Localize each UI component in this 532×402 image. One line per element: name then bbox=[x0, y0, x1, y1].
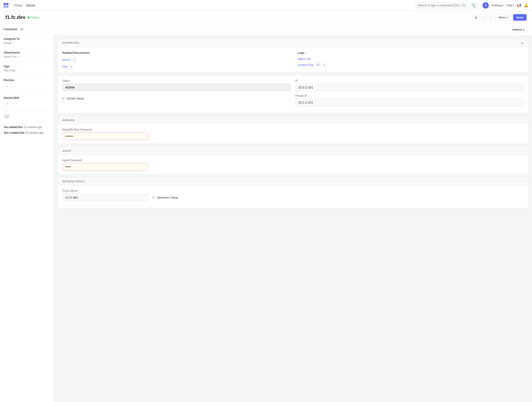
notifications-icon[interactable]: 🔔 bbox=[524, 3, 528, 7]
logo-block-1 bbox=[4, 3, 6, 5]
site-label[interactable]: Site bbox=[62, 65, 67, 68]
site-add-button[interactable]: + bbox=[69, 64, 74, 69]
dashboard-title: DASHBOARD bbox=[62, 41, 79, 44]
print-button[interactable]: 🖨 bbox=[472, 14, 480, 21]
ansible-play-count: 2 bbox=[316, 63, 320, 66]
agent-job-item: Agent Job bbox=[298, 57, 524, 61]
upstream-setup-check: ✔ Upstream Setup bbox=[152, 196, 524, 199]
add-tag-action[interactable]: Add a tag ... bbox=[4, 69, 50, 72]
mariadb-title: MARIADB bbox=[62, 119, 75, 121]
sidebar-attachments-section: Attachments Attach File + bbox=[4, 51, 50, 58]
logs-title: Logs bbox=[298, 51, 524, 54]
bench-add-button[interactable]: + bbox=[72, 57, 77, 62]
agent-password-input[interactable] bbox=[62, 163, 148, 171]
heart-icon[interactable]: 🤍 bbox=[4, 114, 50, 120]
agent-body: Agent Password bbox=[58, 155, 528, 174]
breadcrumb-press[interactable]: Press bbox=[14, 4, 23, 7]
announcements-icon[interactable]: 📢 bbox=[517, 3, 521, 7]
settings-link[interactable]: Settings ▾ bbox=[492, 4, 504, 7]
activity-2-you: You created this bbox=[4, 131, 24, 134]
proxy-server-input[interactable] bbox=[62, 194, 148, 201]
agent-section: AGENT Agent Password bbox=[58, 147, 528, 174]
search-input[interactable] bbox=[418, 4, 470, 7]
sidebar-attachments-label: Attachments bbox=[4, 51, 50, 54]
private-ip-input[interactable] bbox=[295, 99, 524, 106]
actions-chevron-icon: ▾ bbox=[523, 28, 524, 31]
dashboard-collapse-icon[interactable]: ▲ bbox=[520, 41, 524, 45]
bench-plus-icon: + bbox=[74, 58, 75, 61]
logo-block-2 bbox=[6, 3, 9, 5]
help-link[interactable]: Help ▾ bbox=[506, 4, 514, 7]
mariadb-password-col: MariaDB Root Password bbox=[62, 128, 148, 140]
related-docs-title: Related Documents bbox=[62, 51, 289, 54]
breadcrumb-server: Server bbox=[26, 4, 35, 7]
status-ip-row: Status IP bbox=[62, 79, 524, 91]
menu-label: Menu bbox=[499, 16, 506, 19]
bench-item: Bench + bbox=[62, 57, 289, 62]
sidebar-reviews-label: Reviews bbox=[4, 79, 50, 82]
main-content: Actions ▾ DASHBOARD ▲ Related Documents … bbox=[54, 24, 532, 402]
server-setup-check: ✔ Server Setup bbox=[62, 96, 291, 100]
header-actions: 🖨 ‹ › Menu ▾ Save bbox=[472, 14, 527, 21]
activity-2-time: 31 minutes ago bbox=[25, 131, 44, 134]
comments-count: 0 bbox=[19, 28, 24, 31]
server-setup-label: Server Setup bbox=[67, 97, 84, 100]
related-grid: Related Documents Bench + Site + bbox=[58, 47, 528, 72]
proxy-server-col: Proxy Server bbox=[62, 189, 148, 201]
reviews-add-button[interactable]: + bbox=[4, 83, 11, 90]
agent-job-label[interactable]: Agent Job bbox=[298, 57, 311, 61]
doc-title: f1.fc.dev Active bbox=[5, 14, 39, 20]
dashboard-section: DASHBOARD ▲ Related Documents Bench + Si… bbox=[58, 38, 528, 73]
sidebar-shared-section: Shared With + bbox=[4, 96, 50, 108]
ansible-plus-icon: + bbox=[323, 63, 325, 67]
upstream-setup-check-icon: ✔ bbox=[152, 196, 155, 199]
reverse-proxy-title: REVERSE PROXY bbox=[62, 180, 85, 183]
ansible-play-add-button[interactable]: + bbox=[322, 62, 327, 67]
actions-label: Actions bbox=[512, 28, 522, 31]
actions-button[interactable]: Actions ▾ bbox=[509, 26, 527, 33]
assign-action[interactable]: Assign + bbox=[4, 41, 50, 45]
sidebar: Comments 0 Assigned To Assign + Attachme… bbox=[0, 24, 54, 402]
ansible-play-item: Ansible Play 2 + bbox=[298, 62, 524, 67]
status-input[interactable] bbox=[62, 83, 291, 91]
server-setup-private-ip-row: ✔ Server Setup Private IP bbox=[62, 94, 524, 106]
search-bar[interactable]: 🔍 bbox=[415, 2, 478, 8]
reverse-proxy-section: REVERSE PROXY Proxy Server ✔ Upstream Se… bbox=[58, 177, 528, 208]
mariadb-password-input[interactable] bbox=[62, 132, 148, 140]
logs-col: Logs Agent Job Ansible Play 2 + bbox=[298, 51, 524, 71]
ip-input[interactable] bbox=[295, 83, 524, 91]
bench-label[interactable]: Bench bbox=[62, 58, 71, 61]
upstream-setup-col: ✔ Upstream Setup bbox=[152, 189, 524, 201]
ansible-play-label[interactable]: Ansible Play bbox=[298, 63, 314, 67]
save-button[interactable]: Save bbox=[513, 14, 527, 21]
topnav-right: A Settings ▾ Help ▾ 📢 🔔 bbox=[482, 2, 528, 9]
reverse-proxy-header: REVERSE PROXY bbox=[58, 177, 528, 186]
logo-block-3 bbox=[4, 6, 6, 8]
reviews-plus-icon: + bbox=[6, 84, 8, 88]
proxy-server-label: Proxy Server bbox=[62, 189, 148, 192]
avatar[interactable]: A bbox=[482, 2, 489, 9]
prev-button[interactable]: ‹ bbox=[481, 14, 487, 21]
sidebar-comments-section: Comments 0 bbox=[4, 28, 50, 31]
dashboard-header: DASHBOARD ▲ bbox=[58, 38, 528, 47]
status-dot bbox=[28, 16, 30, 18]
activity-1-time: 13 minutes ago bbox=[23, 126, 42, 129]
related-docs-col: Related Documents Bench + Site + bbox=[62, 51, 289, 71]
next-button[interactable]: › bbox=[488, 14, 493, 21]
agent-password-col: Agent Password bbox=[62, 159, 148, 171]
logo-block-4 bbox=[6, 6, 9, 8]
shared-add-button[interactable]: + bbox=[4, 100, 11, 108]
activity-1: You edited this 13 minutes ago bbox=[4, 125, 50, 129]
sidebar-shared-label: Shared With bbox=[4, 96, 50, 100]
upstream-setup-label: Upstream Setup bbox=[157, 196, 178, 199]
agent-password-label: Agent Password bbox=[62, 159, 148, 162]
private-ip-label: Private IP bbox=[295, 94, 524, 97]
status-col: Status bbox=[62, 79, 291, 91]
logo bbox=[4, 3, 9, 8]
agent-header: AGENT bbox=[58, 147, 528, 155]
menu-button[interactable]: Menu ▾ bbox=[495, 14, 511, 21]
breadcrumb-sep-1: › bbox=[12, 4, 13, 7]
attach-file-action[interactable]: Attach File + bbox=[4, 55, 50, 58]
topnav: › Press › Server 🔍 A Settings ▾ Help ▾ 📢… bbox=[0, 0, 532, 11]
sidebar-assigned-section: Assigned To Assign + bbox=[4, 37, 50, 45]
